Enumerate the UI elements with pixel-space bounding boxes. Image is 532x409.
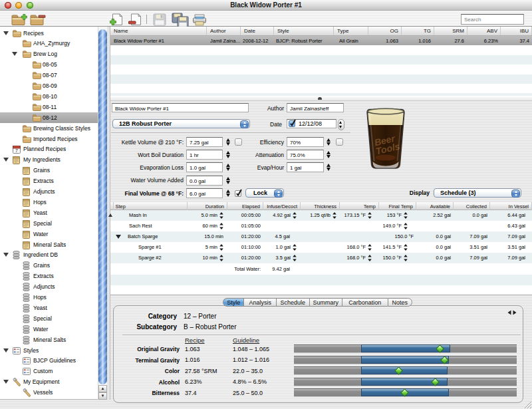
svg-text:7: 7 (15, 148, 18, 153)
